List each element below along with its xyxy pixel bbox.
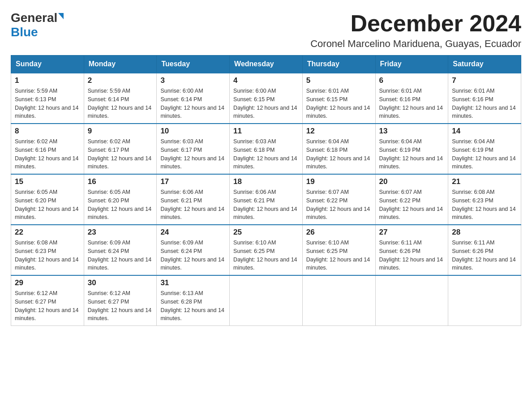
calendar-day-cell: [302, 275, 375, 326]
calendar-day-cell: 18 Sunrise: 6:06 AMSunset: 6:21 PMDaylig…: [230, 174, 303, 225]
day-number: 6: [379, 76, 445, 85]
calendar-day-cell: 13 Sunrise: 6:04 AMSunset: 6:19 PMDaylig…: [375, 124, 448, 174]
day-info: Sunrise: 6:10 AMSunset: 6:25 PMDaylight:…: [233, 239, 299, 272]
calendar-day-cell: 15 Sunrise: 6:05 AMSunset: 6:20 PMDaylig…: [11, 174, 84, 225]
calendar-header-thursday: Thursday: [302, 56, 375, 73]
calendar-day-cell: 30 Sunrise: 6:12 AMSunset: 6:27 PMDaylig…: [84, 275, 157, 326]
title-block: December 2024 Coronel Marcelino Mariduen…: [310, 11, 521, 50]
day-info: Sunrise: 6:04 AMSunset: 6:18 PMDaylight:…: [306, 137, 372, 171]
day-number: 1: [15, 76, 80, 85]
day-number: 25: [233, 228, 299, 237]
day-number: 23: [88, 228, 153, 237]
day-info: Sunrise: 6:07 AMSunset: 6:22 PMDaylight:…: [306, 188, 372, 222]
day-info: Sunrise: 6:10 AMSunset: 6:25 PMDaylight:…: [306, 239, 372, 272]
day-info: Sunrise: 6:12 AMSunset: 6:27 PMDaylight:…: [88, 289, 153, 323]
day-info: Sunrise: 6:04 AMSunset: 6:19 PMDaylight:…: [379, 137, 445, 171]
day-number: 28: [452, 228, 517, 237]
calendar-day-cell: 27 Sunrise: 6:11 AMSunset: 6:26 PMDaylig…: [375, 225, 448, 275]
day-number: 2: [88, 76, 153, 85]
day-number: 11: [233, 127, 299, 136]
day-info: Sunrise: 6:04 AMSunset: 6:19 PMDaylight:…: [452, 137, 517, 171]
calendar-day-cell: 24 Sunrise: 6:09 AMSunset: 6:24 PMDaylig…: [157, 225, 230, 275]
calendar-week-row: 15 Sunrise: 6:05 AMSunset: 6:20 PMDaylig…: [11, 174, 521, 225]
day-info: Sunrise: 6:03 AMSunset: 6:18 PMDaylight:…: [233, 137, 299, 171]
day-number: 22: [15, 228, 80, 237]
calendar-week-row: 8 Sunrise: 6:02 AMSunset: 6:16 PMDayligh…: [11, 124, 521, 174]
day-number: 30: [88, 278, 153, 287]
calendar-table: SundayMondayTuesdayWednesdayThursdayFrid…: [11, 55, 521, 326]
calendar-header-wednesday: Wednesday: [230, 56, 303, 73]
page-header: General Blue December 2024 Coronel Marce…: [11, 11, 521, 50]
day-number: 5: [306, 76, 372, 85]
day-number: 12: [306, 127, 372, 136]
day-info: Sunrise: 6:02 AMSunset: 6:16 PMDaylight:…: [15, 137, 80, 171]
calendar-header-monday: Monday: [84, 56, 157, 73]
calendar-day-cell: 14 Sunrise: 6:04 AMSunset: 6:19 PMDaylig…: [448, 124, 521, 174]
day-info: Sunrise: 6:11 AMSunset: 6:26 PMDaylight:…: [379, 239, 445, 272]
day-number: 10: [160, 127, 226, 136]
logo: General Blue: [11, 11, 64, 39]
calendar-day-cell: 8 Sunrise: 6:02 AMSunset: 6:16 PMDayligh…: [11, 124, 84, 174]
calendar-day-cell: 9 Sunrise: 6:02 AMSunset: 6:17 PMDayligh…: [84, 124, 157, 174]
day-info: Sunrise: 6:05 AMSunset: 6:20 PMDaylight:…: [88, 188, 153, 222]
logo-triangle-icon: [58, 13, 64, 19]
calendar-header-saturday: Saturday: [448, 56, 521, 73]
day-number: 27: [379, 228, 445, 237]
calendar-day-cell: 7 Sunrise: 6:01 AMSunset: 6:16 PMDayligh…: [448, 73, 521, 124]
calendar-header-sunday: Sunday: [11, 56, 84, 73]
logo-blue-text: Blue: [11, 25, 38, 39]
month-year-title: December 2024: [310, 11, 521, 36]
calendar-week-row: 1 Sunrise: 5:59 AMSunset: 6:13 PMDayligh…: [11, 73, 521, 124]
day-info: Sunrise: 6:00 AMSunset: 6:15 PMDaylight:…: [233, 87, 299, 120]
day-info: Sunrise: 6:06 AMSunset: 6:21 PMDaylight:…: [233, 188, 299, 222]
day-info: Sunrise: 6:08 AMSunset: 6:23 PMDaylight:…: [15, 239, 80, 272]
calendar-day-cell: 17 Sunrise: 6:06 AMSunset: 6:21 PMDaylig…: [157, 174, 230, 225]
day-number: 24: [160, 228, 226, 237]
calendar-header-row: SundayMondayTuesdayWednesdayThursdayFrid…: [11, 56, 521, 73]
day-number: 9: [88, 127, 153, 136]
calendar-day-cell: 6 Sunrise: 6:01 AMSunset: 6:16 PMDayligh…: [375, 73, 448, 124]
calendar-day-cell: 28 Sunrise: 6:11 AMSunset: 6:26 PMDaylig…: [448, 225, 521, 275]
calendar-day-cell: 5 Sunrise: 6:01 AMSunset: 6:15 PMDayligh…: [302, 73, 375, 124]
day-number: 31: [160, 278, 226, 287]
day-number: 26: [306, 228, 372, 237]
calendar-day-cell: 11 Sunrise: 6:03 AMSunset: 6:18 PMDaylig…: [230, 124, 303, 174]
day-number: 19: [306, 177, 372, 186]
calendar-day-cell: [375, 275, 448, 326]
day-info: Sunrise: 6:09 AMSunset: 6:24 PMDaylight:…: [160, 239, 226, 272]
day-info: Sunrise: 6:09 AMSunset: 6:24 PMDaylight:…: [88, 239, 153, 272]
day-number: 18: [233, 177, 299, 186]
day-number: 13: [379, 127, 445, 136]
calendar-day-cell: 1 Sunrise: 5:59 AMSunset: 6:13 PMDayligh…: [11, 73, 84, 124]
day-info: Sunrise: 6:13 AMSunset: 6:28 PMDaylight:…: [160, 289, 226, 323]
calendar-day-cell: 29 Sunrise: 6:12 AMSunset: 6:27 PMDaylig…: [11, 275, 84, 326]
calendar-day-cell: 16 Sunrise: 6:05 AMSunset: 6:20 PMDaylig…: [84, 174, 157, 225]
day-info: Sunrise: 6:07 AMSunset: 6:22 PMDaylight:…: [379, 188, 445, 222]
day-info: Sunrise: 6:01 AMSunset: 6:16 PMDaylight:…: [379, 87, 445, 120]
day-number: 15: [15, 177, 80, 186]
calendar-day-cell: 19 Sunrise: 6:07 AMSunset: 6:22 PMDaylig…: [302, 174, 375, 225]
calendar-day-cell: 10 Sunrise: 6:03 AMSunset: 6:17 PMDaylig…: [157, 124, 230, 174]
calendar-day-cell: [230, 275, 303, 326]
location-subtitle: Coronel Marcelino Mariduena, Guayas, Ecu…: [310, 38, 521, 50]
logo-general-text: General: [11, 11, 57, 25]
day-number: 20: [379, 177, 445, 186]
calendar-day-cell: 20 Sunrise: 6:07 AMSunset: 6:22 PMDaylig…: [375, 174, 448, 225]
calendar-day-cell: 12 Sunrise: 6:04 AMSunset: 6:18 PMDaylig…: [302, 124, 375, 174]
calendar-day-cell: 21 Sunrise: 6:08 AMSunset: 6:23 PMDaylig…: [448, 174, 521, 225]
day-number: 16: [88, 177, 153, 186]
calendar-day-cell: 23 Sunrise: 6:09 AMSunset: 6:24 PMDaylig…: [84, 225, 157, 275]
day-number: 7: [452, 76, 517, 85]
day-info: Sunrise: 6:02 AMSunset: 6:17 PMDaylight:…: [88, 137, 153, 171]
day-info: Sunrise: 6:11 AMSunset: 6:26 PMDaylight:…: [452, 239, 517, 272]
day-info: Sunrise: 6:05 AMSunset: 6:20 PMDaylight:…: [15, 188, 80, 222]
day-info: Sunrise: 6:01 AMSunset: 6:15 PMDaylight:…: [306, 87, 372, 120]
calendar-day-cell: 25 Sunrise: 6:10 AMSunset: 6:25 PMDaylig…: [230, 225, 303, 275]
day-info: Sunrise: 6:01 AMSunset: 6:16 PMDaylight:…: [452, 87, 517, 120]
calendar-header-friday: Friday: [375, 56, 448, 73]
day-info: Sunrise: 6:12 AMSunset: 6:27 PMDaylight:…: [15, 289, 80, 323]
calendar-header-tuesday: Tuesday: [157, 56, 230, 73]
day-number: 29: [15, 278, 80, 287]
calendar-day-cell: 31 Sunrise: 6:13 AMSunset: 6:28 PMDaylig…: [157, 275, 230, 326]
day-number: 17: [160, 177, 226, 186]
